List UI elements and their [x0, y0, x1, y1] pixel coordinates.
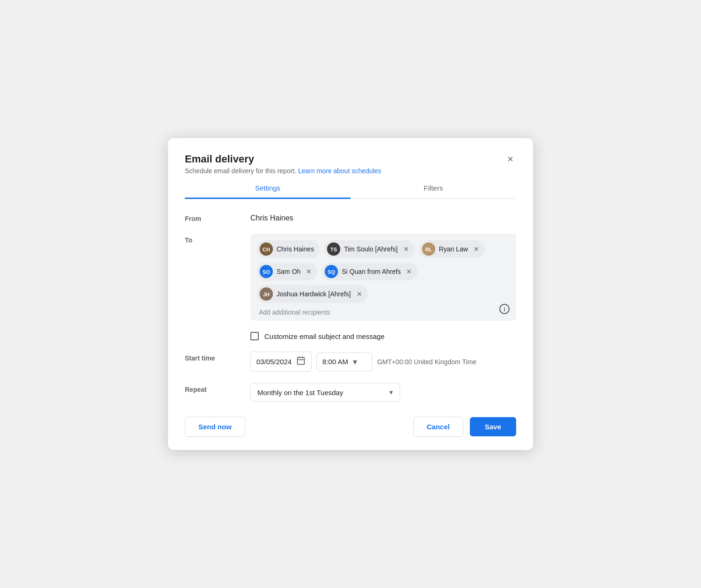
repeat-field[interactable]: Monthly on the 1st Tuesday ▾: [250, 383, 400, 402]
send-now-button[interactable]: Send now: [185, 417, 245, 437]
chip-ryan-law: RL Ryan Law ✕: [419, 240, 485, 258]
to-row: To CH Chris Haines TS Tim Soulo [Ahrefs]…: [185, 234, 516, 321]
start-time-row: Start time 03/05/2024 8:00 AM ▾ GMT+00:0…: [185, 352, 516, 372]
close-button[interactable]: ×: [504, 153, 516, 165]
chip-label-ryan-law: Ryan Law: [439, 245, 468, 253]
svg-text:RL: RL: [425, 247, 432, 252]
repeat-value: Monthly on the 1st Tuesday: [257, 389, 343, 397]
recipients-box[interactable]: CH Chris Haines TS Tim Soulo [Ahrefs] ✕ …: [250, 234, 516, 321]
timezone-value: GMT+00:00 United Kingdom Time: [377, 358, 476, 366]
chevron-down-icon: ▾: [353, 357, 357, 367]
chip-sam-oh: SO Sam Oh ✕: [257, 263, 317, 280]
chip-remove-si-quan[interactable]: ✕: [406, 268, 412, 275]
cancel-button[interactable]: Cancel: [413, 417, 463, 437]
calendar-icon: [296, 356, 306, 368]
svg-text:SQ: SQ: [328, 269, 335, 275]
chip-chris-haines: CH Chris Haines: [257, 240, 320, 258]
dialog-footer: Send now Cancel Save: [185, 417, 516, 437]
chips-wrap: CH Chris Haines TS Tim Soulo [Ahrefs] ✕ …: [257, 240, 510, 303]
svg-text:CH: CH: [263, 247, 270, 252]
dialog-subtitle: Schedule email delivery for this report.…: [185, 167, 516, 175]
dialog-header: Email delivery ×: [185, 153, 516, 165]
chip-remove-ryan-law[interactable]: ✕: [474, 246, 479, 252]
chip-label-joshua-hardwick: Joshua Hardwick [Ahrefs]: [277, 290, 351, 298]
date-value: 03/05/2024: [256, 358, 292, 366]
svg-text:SO: SO: [263, 269, 270, 275]
footer-right: Cancel Save: [413, 417, 516, 437]
dialog-title: Email delivery: [185, 153, 254, 165]
chip-remove-joshua-hardwick[interactable]: ✕: [357, 291, 362, 297]
tab-filters[interactable]: Filters: [350, 184, 516, 199]
avatar-joshua-hardwick: JH: [260, 287, 273, 301]
save-button[interactable]: Save: [470, 417, 516, 436]
avatar-tim-soulo: TS: [327, 243, 340, 256]
time-field[interactable]: 8:00 AM ▾: [316, 353, 372, 371]
chip-label-chris-haines: Chris Haines: [277, 245, 314, 253]
info-icon[interactable]: i: [499, 304, 510, 314]
repeat-row: Repeat Monthly on the 1st Tuesday ▾: [185, 383, 516, 402]
customize-checkbox[interactable]: [250, 332, 259, 340]
chip-tim-soulo: TS Tim Soulo [Ahrefs] ✕: [324, 240, 415, 258]
svg-rect-12: [298, 357, 305, 364]
chip-label-tim-soulo: Tim Soulo [Ahrefs]: [344, 245, 398, 253]
from-label: From: [185, 212, 250, 222]
start-time-fields: 03/05/2024 8:00 AM ▾ GMT+00:00 United Ki…: [250, 352, 516, 372]
from-row: From Chris Haines: [185, 212, 516, 222]
chip-label-si-quan: Si Quan from Ahrefs: [342, 268, 401, 275]
tab-settings[interactable]: Settings: [185, 184, 350, 199]
tabs-bar: Settings Filters: [185, 184, 516, 199]
avatar-ryan-law: RL: [422, 243, 435, 256]
repeat-chevron-icon: ▾: [389, 388, 393, 397]
avatar-sam-oh: SO: [260, 265, 273, 278]
avatar-chris-haines: CH: [260, 243, 273, 256]
chip-si-quan: SQ Si Quan from Ahrefs ✕: [322, 263, 417, 280]
svg-text:TS: TS: [330, 247, 337, 252]
from-value: Chris Haines: [250, 212, 293, 222]
email-delivery-dialog: Email delivery × Schedule email delivery…: [168, 138, 533, 450]
repeat-label: Repeat: [185, 383, 250, 393]
chip-joshua-hardwick: JH Joshua Hardwick [Ahrefs] ✕: [257, 285, 368, 303]
learn-more-link[interactable]: Learn more about schedules: [298, 167, 381, 175]
chip-remove-sam-oh[interactable]: ✕: [306, 268, 312, 275]
to-label: To: [185, 234, 250, 244]
avatar-si-quan: SQ: [325, 265, 338, 278]
add-recipients-placeholder[interactable]: Add additional recipients: [257, 309, 510, 316]
customize-row: Customize email subject and message: [250, 332, 516, 340]
customize-label: Customize email subject and message: [264, 332, 385, 340]
chip-label-sam-oh: Sam Oh: [277, 268, 300, 275]
chip-remove-tim-soulo[interactable]: ✕: [403, 246, 409, 252]
svg-text:JH: JH: [263, 292, 270, 297]
start-time-label: Start time: [185, 352, 250, 362]
time-value: 8:00 AM: [322, 358, 348, 366]
date-field[interactable]: 03/05/2024: [250, 352, 312, 372]
